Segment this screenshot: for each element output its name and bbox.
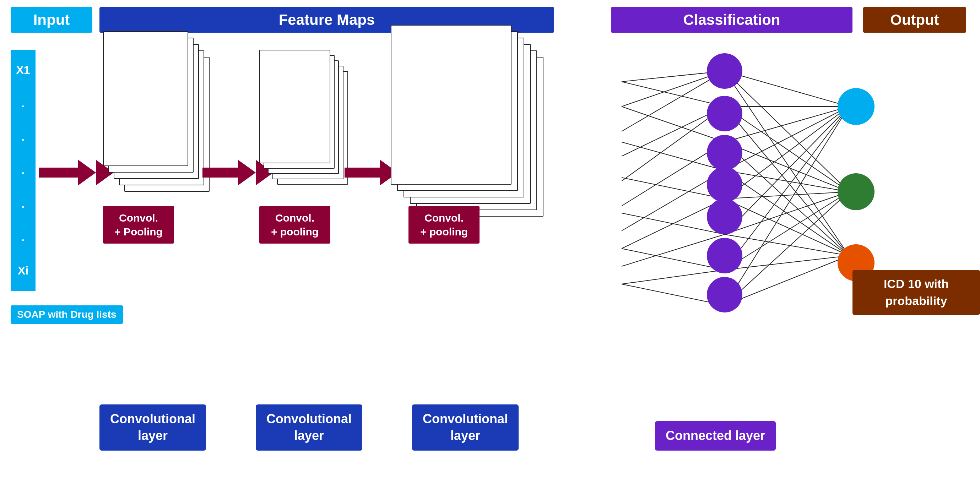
header-input-label: Input [33,11,70,29]
header-classification: Classification [611,7,853,33]
purple-node-4 [707,167,742,202]
conv-label-2: Convol.+ pooling [259,206,330,244]
svg-line-22 [725,106,849,234]
header-feature-label: Feature Maps [279,11,375,29]
soap-label: SOAP with Drug lists [11,305,123,324]
purple-node-7 [707,277,742,312]
icd-label: ICD 10 with probability [853,270,980,315]
svg-line-37 [725,199,849,255]
input-xi: Xi [18,264,29,277]
input-x1: X1 [16,63,30,77]
purple-node-1 [707,53,742,89]
svg-line-10 [622,82,725,106]
input-dot2: . [22,130,25,143]
output-node-cyan [838,88,875,125]
svg-line-35 [725,142,849,255]
purple-node-5 [707,199,742,234]
arrow-1 [39,160,114,186]
bottom-label-connected: Connected layer [655,421,776,450]
input-dot4: . [22,197,25,211]
conv-label-1: Convol.+ Pooling [103,206,174,244]
bottom-label-conv1: Convolutionallayer [99,404,206,450]
purple-node-6 [707,238,742,273]
input-dot3: . [22,164,25,177]
input-column: X1 . . . . . Xi [11,50,35,291]
input-dot5: . [22,231,25,244]
conv-label-3: Convol.+ pooling [409,206,479,244]
bottom-label-conv2: Convolutionallayer [256,404,362,450]
svg-line-9 [622,270,725,284]
purple-node-2 [707,96,742,132]
header-output: Output [863,7,966,33]
bottom-label-conv3: Convolutionallayer [412,404,519,450]
svg-line-34 [725,106,849,255]
arrow-2 [202,160,274,186]
header-output-label: Output [890,11,939,29]
svg-line-21 [725,106,849,199]
input-dot1: . [22,97,25,110]
svg-line-20 [725,106,849,170]
output-node-green [838,173,875,210]
svg-line-36 [725,170,849,255]
header-classification-label: Classification [683,11,780,29]
header-input: Input [11,7,92,33]
svg-line-32 [725,192,849,305]
purple-node-3 [707,135,742,170]
